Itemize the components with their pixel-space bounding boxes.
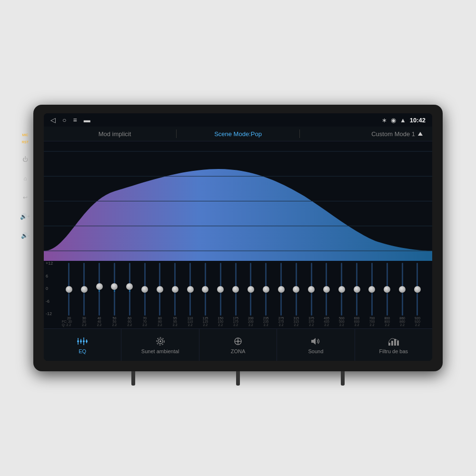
home-nav-icon[interactable]: ○ bbox=[62, 116, 66, 124]
power-button[interactable]: ⏻ bbox=[20, 154, 30, 165]
mode-implicit[interactable]: Mod implicit bbox=[53, 130, 176, 138]
slider-handle-800[interactable] bbox=[384, 286, 390, 293]
q-cell-80: 2.2 bbox=[153, 323, 167, 327]
fc-cell-70: 70 bbox=[138, 320, 152, 323]
vol-up-button[interactable]: 🔊+ bbox=[20, 211, 30, 222]
slider-track-80[interactable] bbox=[159, 263, 160, 316]
slider-track-175[interactable] bbox=[235, 263, 237, 316]
slider-handle-235[interactable] bbox=[263, 286, 269, 293]
menu-nav-icon[interactable]: ≡ bbox=[73, 116, 77, 124]
mount-pin-2 bbox=[236, 371, 240, 386]
slider-col-80: 80 bbox=[153, 263, 167, 320]
tab-zona[interactable]: ZONA bbox=[199, 329, 277, 361]
slider-col-315: 315 bbox=[289, 263, 303, 320]
slider-handle-315[interactable] bbox=[293, 286, 299, 293]
tab-ambient[interactable]: Sunet ambiental bbox=[121, 329, 199, 361]
back-nav-icon[interactable]: ◁ bbox=[50, 116, 56, 124]
slider-handle-175[interactable] bbox=[232, 286, 239, 293]
tab-ambient-label: Sunet ambiental bbox=[141, 348, 179, 354]
slider-handle-40[interactable] bbox=[96, 283, 103, 290]
slider-handle-20[interactable] bbox=[66, 286, 72, 293]
fc-cell-175: 175 bbox=[228, 320, 243, 323]
q-cell-125: 2.2 bbox=[198, 323, 212, 327]
slider-track-150[interactable] bbox=[220, 263, 221, 316]
tab-eq[interactable]: EQ bbox=[44, 329, 121, 361]
q-cell-110: 2.2 bbox=[183, 323, 198, 327]
clock: 10:42 bbox=[410, 117, 426, 124]
slider-handle-500[interactable] bbox=[338, 286, 345, 293]
slider-track-70[interactable] bbox=[144, 263, 146, 316]
slider-track-800[interactable] bbox=[387, 263, 388, 316]
tab-sound[interactable]: Sound bbox=[277, 329, 355, 361]
slider-track-50[interactable] bbox=[114, 263, 115, 316]
slider-track-500[interactable] bbox=[341, 263, 342, 316]
slider-col-20: 20 bbox=[62, 263, 76, 320]
slider-track-125[interactable] bbox=[205, 263, 206, 316]
slider-col-235: 235 bbox=[259, 263, 273, 320]
status-icons: ∗ ◉ ▲ 10:42 bbox=[382, 117, 426, 124]
slider-handle-375[interactable] bbox=[308, 286, 315, 293]
car-head-unit: MIC RST ⏻ ⌂ ↩ 🔊+ 🔊- ◁ ○ ≡ ▬ ∗ ◉ ▲ 10:42 … bbox=[33, 105, 443, 371]
q-cell-20: Q: 2.2 bbox=[62, 323, 76, 327]
slider-handle-95[interactable] bbox=[172, 286, 178, 293]
slider-track-435[interactable] bbox=[326, 263, 327, 316]
slider-track-110[interactable] bbox=[189, 263, 191, 316]
slider-handle-110[interactable] bbox=[187, 286, 194, 293]
fc-cell-50: 50 bbox=[107, 320, 121, 323]
slider-track-700[interactable] bbox=[371, 263, 373, 316]
slider-handle-200[interactable] bbox=[248, 286, 254, 293]
home-button[interactable]: ⌂ bbox=[20, 173, 30, 184]
slider-track-275[interactable] bbox=[280, 263, 282, 316]
slider-handle-700[interactable] bbox=[368, 286, 375, 293]
slider-track-95[interactable] bbox=[174, 263, 176, 316]
slider-track-315[interactable] bbox=[296, 263, 297, 316]
slider-handle-70[interactable] bbox=[141, 286, 148, 293]
mount-pin-1 bbox=[131, 371, 135, 386]
q-cell-275: 2.2 bbox=[274, 323, 288, 327]
slider-handle-125[interactable] bbox=[202, 286, 208, 293]
freq-label-375: 375 bbox=[308, 317, 314, 320]
slider-track-20[interactable] bbox=[68, 263, 69, 316]
mode-custom[interactable]: Custom Mode 1 bbox=[300, 130, 423, 138]
freq-label-200: 200 bbox=[248, 317, 254, 320]
fc-cell-600: 600 bbox=[350, 320, 364, 323]
tab-bass[interactable]: Filtru de bas bbox=[355, 329, 432, 361]
slider-handle-80[interactable] bbox=[157, 286, 163, 293]
freq-label-60: 60 bbox=[128, 317, 131, 320]
slider-handle-435[interactable] bbox=[323, 286, 330, 293]
q-row: Q: 2.22.22.22.22.22.22.22.22.22.22.22.22… bbox=[51, 323, 425, 327]
slider-handle-30[interactable] bbox=[81, 286, 88, 293]
slider-handle-275[interactable] bbox=[278, 286, 285, 293]
slider-track-40[interactable] bbox=[99, 263, 100, 316]
mode-scene[interactable]: Scene Mode:Pop bbox=[177, 130, 299, 138]
slider-track-200[interactable] bbox=[250, 263, 251, 316]
slider-track-375[interactable] bbox=[311, 263, 312, 316]
freq-label-80: 80 bbox=[158, 317, 162, 320]
q-cell-50: 2.2 bbox=[107, 323, 121, 327]
recent-nav-icon[interactable]: ▬ bbox=[84, 116, 90, 124]
slider-track-60[interactable] bbox=[129, 263, 130, 316]
slider-track-860[interactable] bbox=[402, 263, 403, 316]
q-cell-600: 2.2 bbox=[350, 323, 364, 327]
slider-handle-860[interactable] bbox=[399, 286, 406, 293]
fc-cell-30: 30 bbox=[77, 320, 91, 323]
slider-handle-60[interactable] bbox=[126, 283, 133, 290]
vol-down-button[interactable]: 🔊- bbox=[20, 230, 30, 241]
freq-label-175: 175 bbox=[233, 317, 238, 320]
slider-track-30[interactable] bbox=[83, 263, 85, 316]
slider-handle-50[interactable] bbox=[111, 283, 118, 290]
rst-label: RST bbox=[22, 140, 29, 144]
slider-track-600[interactable] bbox=[356, 263, 357, 316]
fc-cell-20: FC: 20 bbox=[62, 320, 76, 323]
slider-handle-600[interactable] bbox=[354, 286, 360, 293]
q-cell-200: 2.2 bbox=[244, 323, 258, 327]
slider-handle-920[interactable] bbox=[414, 286, 421, 293]
freq-label-920: 920 bbox=[415, 317, 420, 320]
fc-cell-435: 435 bbox=[319, 320, 334, 323]
slider-handle-150[interactable] bbox=[217, 286, 224, 293]
bottom-tabs: EQ Sunet ambiental bbox=[44, 328, 432, 361]
slider-track-235[interactable] bbox=[265, 263, 267, 316]
back-button[interactable]: ↩ bbox=[20, 192, 30, 203]
tab-sound-label: Sound bbox=[308, 348, 324, 354]
slider-track-920[interactable] bbox=[416, 263, 418, 316]
